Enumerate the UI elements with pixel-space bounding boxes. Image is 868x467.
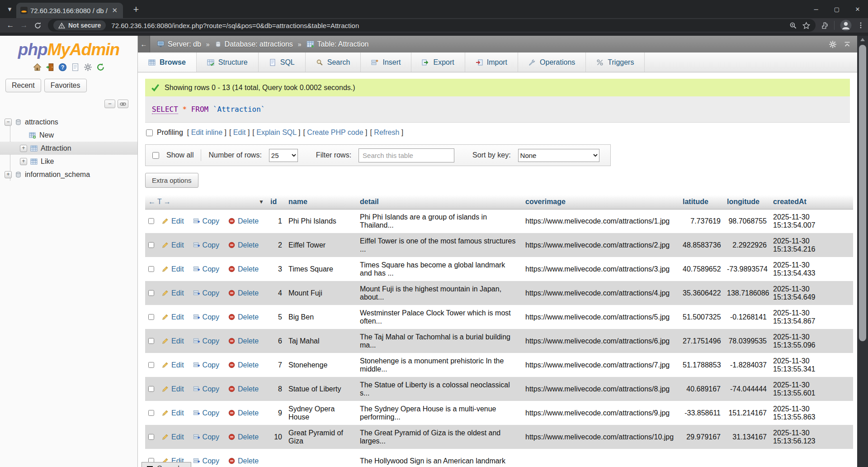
copy-link[interactable]: Copy xyxy=(193,265,219,273)
copy-link[interactable]: Copy xyxy=(193,289,219,297)
new-tab-button[interactable]: + xyxy=(130,4,142,15)
copy-link[interactable]: Copy xyxy=(193,433,219,441)
edit-link[interactable]: Edit xyxy=(162,385,184,393)
browser-tab[interactable]: 72.60.236.166:8080 / db / attrac ✕ xyxy=(16,3,123,18)
tab-insert[interactable]: Insert xyxy=(361,52,411,72)
expand-node-icon[interactable]: + xyxy=(20,145,27,152)
number-of-rows-select[interactable]: 25 xyxy=(269,149,298,162)
favorites-tab[interactable]: Favorites xyxy=(44,79,87,92)
row-checkbox[interactable] xyxy=(148,290,154,296)
delete-link[interactable]: Delete xyxy=(228,361,259,369)
edit-link[interactable]: Edit xyxy=(162,337,184,345)
row-checkbox[interactable] xyxy=(148,362,154,368)
profile-avatar[interactable] xyxy=(840,19,852,31)
edit-link[interactable]: Edit xyxy=(162,241,184,249)
sort-by-key-select[interactable]: None xyxy=(518,149,599,162)
column-header-longitude[interactable]: longitude xyxy=(724,195,770,209)
forward-icon[interactable]: → xyxy=(17,19,31,32)
home-icon[interactable] xyxy=(33,63,42,71)
collapse-top-menu-icon[interactable] xyxy=(844,41,851,48)
tab-close-icon[interactable]: ✕ xyxy=(110,6,119,14)
copy-link[interactable]: Copy xyxy=(193,409,219,417)
delete-link[interactable]: Delete xyxy=(228,385,259,393)
edit-inline-link[interactable]: Edit inline xyxy=(191,129,222,136)
column-header-name[interactable]: name xyxy=(285,195,357,209)
edit-link[interactable]: Edit xyxy=(162,409,184,417)
column-header-latitude[interactable]: latitude xyxy=(679,195,724,209)
tree-item-new[interactable]: New xyxy=(0,129,137,142)
breadcrumb-table[interactable]: Table: Attraction xyxy=(307,40,369,48)
row-checkbox[interactable] xyxy=(148,434,154,440)
copy-link[interactable]: Copy xyxy=(193,337,219,345)
scrollbar-up-icon[interactable] xyxy=(860,38,865,41)
left-arrow-icon[interactable]: ← xyxy=(148,198,156,206)
edit-link[interactable]: Edit xyxy=(162,289,184,297)
window-maximize-icon[interactable]: ▢ xyxy=(826,0,847,18)
copy-link[interactable]: Copy xyxy=(193,457,219,465)
tab-operations[interactable]: Operations xyxy=(518,52,586,72)
link-with-main-icon[interactable] xyxy=(118,100,128,108)
copy-link[interactable]: Copy xyxy=(193,361,219,369)
recent-tab[interactable]: Recent xyxy=(5,79,41,92)
edit-link[interactable]: Edit xyxy=(162,313,184,321)
row-checkbox[interactable] xyxy=(148,218,154,224)
tree-item-attraction[interactable]: +Attraction xyxy=(0,142,137,155)
column-header-detail[interactable]: detail xyxy=(357,195,522,209)
copy-link[interactable]: Copy xyxy=(193,385,219,393)
column-header-createdAt[interactable]: createdAt xyxy=(770,195,853,209)
refresh-link[interactable]: Refresh xyxy=(374,129,399,136)
right-arrow-icon[interactable]: → xyxy=(164,198,171,206)
extra-options-button[interactable]: Extra options xyxy=(145,173,198,188)
security-chip[interactable]: Not secure xyxy=(53,20,106,30)
hide-navigation-icon[interactable]: ← xyxy=(138,36,150,52)
tree-item-attractions[interactable]: −attractions xyxy=(0,115,137,129)
delete-link[interactable]: Delete xyxy=(228,409,259,417)
edit-link[interactable]: Edit xyxy=(162,361,184,369)
delete-link[interactable]: Delete xyxy=(228,217,259,225)
row-checkbox[interactable] xyxy=(148,410,154,416)
collapse-all-button[interactable]: − xyxy=(104,100,115,108)
refresh-icon[interactable] xyxy=(96,63,105,71)
console-button[interactable]: Console xyxy=(142,462,191,467)
explain-sql-link[interactable]: Explain SQL xyxy=(256,129,296,136)
delete-link[interactable]: Delete xyxy=(228,457,259,465)
collapse-node-icon[interactable]: − xyxy=(5,119,12,126)
tab-search-button[interactable]: ▼ xyxy=(4,3,16,15)
delete-link[interactable]: Delete xyxy=(228,289,259,297)
tab-structure[interactable]: Structure xyxy=(197,52,259,72)
breadcrumb-database[interactable]: Database: attractions xyxy=(215,40,293,48)
expand-node-icon[interactable]: + xyxy=(5,171,12,178)
row-checkbox[interactable] xyxy=(148,242,154,248)
window-close-icon[interactable]: ✕ xyxy=(847,0,868,18)
tab-sql[interactable]: SQL xyxy=(259,52,306,72)
expand-node-icon[interactable]: + xyxy=(20,158,27,165)
page-settings-gear-icon[interactable] xyxy=(829,40,837,48)
zoom-page-icon[interactable] xyxy=(789,22,797,29)
settings-gear-icon[interactable] xyxy=(84,63,92,71)
delete-link[interactable]: Delete xyxy=(228,241,259,249)
tab-import[interactable]: Import xyxy=(465,52,518,72)
url-text[interactable]: 72.60.236.166:8080/index.php?route=/sql&… xyxy=(111,22,784,29)
documentation-icon[interactable] xyxy=(71,63,80,71)
reload-icon[interactable] xyxy=(31,19,44,32)
edit-link[interactable]: Edit xyxy=(162,433,184,441)
extensions-icon[interactable] xyxy=(821,22,829,29)
tree-item-like[interactable]: +Like xyxy=(0,155,137,168)
scrollbar-thumb[interactable] xyxy=(859,45,866,341)
row-checkbox[interactable] xyxy=(148,266,154,272)
tab-browse[interactable]: Browse xyxy=(138,52,197,72)
column-header-coverimage[interactable]: coverimage xyxy=(522,195,679,209)
options-caret-icon[interactable]: ▼ xyxy=(259,199,264,205)
row-checkbox[interactable] xyxy=(148,338,154,344)
row-checkbox[interactable] xyxy=(148,386,154,392)
edit-link[interactable]: Edit xyxy=(162,217,184,225)
browser-menu-icon[interactable] xyxy=(857,22,864,29)
edit-link[interactable]: Edit xyxy=(233,129,246,136)
copy-link[interactable]: Copy xyxy=(193,241,219,249)
delete-link[interactable]: Delete xyxy=(228,265,259,273)
window-minimize-icon[interactable]: ─ xyxy=(806,0,826,18)
create-php-code-link[interactable]: Create PHP code xyxy=(307,129,363,136)
profiling-checkbox[interactable] xyxy=(146,129,153,136)
copy-link[interactable]: Copy xyxy=(193,217,219,225)
page-scrollbar[interactable] xyxy=(857,36,868,467)
